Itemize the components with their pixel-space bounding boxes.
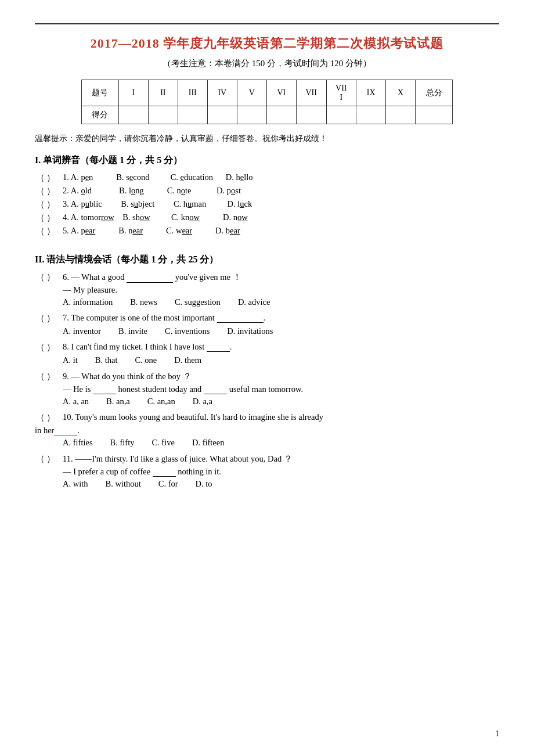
- table-header-v: V: [237, 80, 266, 106]
- table-header-viii: VIII: [326, 80, 356, 106]
- q11-paren-right: ）: [45, 453, 56, 465]
- q9-paren-right: ）: [45, 371, 56, 382]
- q6-paren-right: ）: [45, 272, 56, 283]
- question-9-block: （ ） 9. — What do you think of the boy ？ …: [35, 371, 499, 406]
- question-9-choices: A. a, an B. an,a C. an,an D. a,a: [63, 397, 499, 406]
- table-header-vii: VII: [296, 80, 326, 106]
- question-2-row: （ ） 2. A. old B. long C. note D. post: [35, 186, 499, 197]
- q7-choice-c: C. inventions: [165, 326, 210, 336]
- q7-paren-left: （: [35, 313, 45, 324]
- q2-paren-right: ）: [45, 186, 56, 197]
- q3-paren-left: （: [35, 199, 45, 210]
- table-cell-x: [386, 106, 416, 124]
- q2-paren-left: （: [35, 186, 45, 197]
- question-3-content: 3. A. public B. subject C. human D. luck: [63, 199, 499, 209]
- q4-paren-left: （: [35, 213, 45, 224]
- table-header-iv: IV: [207, 80, 237, 106]
- q8-choice-b: B. that: [95, 355, 118, 365]
- q9-choice-a: A. a, an: [63, 397, 89, 406]
- q10-choice-c: C. five: [151, 438, 174, 448]
- reminder-text: 温馨提示：亲爱的同学，请你沉着冷静，认真审题，仔细答卷。祝你考出好成绩！: [35, 134, 499, 144]
- question-8-stem: 8. I can't find my ticket. I think I hav…: [63, 342, 499, 352]
- question-8-row: （ ） 8. I can't find my ticket. I think I…: [35, 342, 499, 353]
- table-cell-ii: [148, 106, 178, 124]
- q11-choice-b: B. without: [106, 479, 141, 489]
- question-6-stem: 6. — What a good you've given me ！: [63, 272, 499, 283]
- q7-blank: [217, 314, 264, 323]
- q10-paren-left: （: [35, 412, 45, 423]
- question-6-choices: A. information B. news C. suggestion D. …: [63, 297, 499, 307]
- question-7-row: （ ） 7. The computer is one of the most i…: [35, 313, 499, 324]
- question-8-block: （ ） 8. I can't find my ticket. I think I…: [35, 342, 499, 365]
- q5-paren-left: （: [35, 226, 45, 237]
- table-cell-iii: [178, 106, 207, 124]
- question-7-block: （ ） 7. The computer is one of the most i…: [35, 313, 499, 336]
- q9-choice-b: B. an,a: [106, 397, 130, 406]
- question-7-stem: 7. The computer is one of the most impor…: [63, 313, 499, 323]
- table-header-ix: IX: [356, 80, 386, 106]
- question-5-content: 5. A. pear B. near C. wear D. bear: [63, 226, 499, 236]
- q3-paren-right: ）: [45, 199, 56, 210]
- q5-paren-right: ）: [45, 226, 56, 237]
- table-label-defen: 得分: [82, 106, 119, 124]
- table-cell-i: [118, 106, 148, 124]
- question-2-content: 2. A. old B. long C. note D. post: [63, 186, 499, 196]
- section-i-title: I. 单词辨音（每小题 1 分，共 5 分）: [35, 154, 499, 167]
- q8-paren-right: ）: [45, 342, 56, 353]
- question-10-block: （ ） 10. Tony's mum looks young and beaut…: [35, 412, 499, 448]
- table-header-iii: III: [178, 80, 207, 106]
- question-6-row: （ ） 6. — What a good you've given me ！: [35, 272, 499, 283]
- question-9-response: — He is honest student today and useful …: [63, 384, 499, 394]
- q11-choice-a: A. with: [63, 479, 88, 489]
- table-header-ii: II: [148, 80, 178, 106]
- q8-blank: [207, 343, 230, 352]
- top-divider: [35, 23, 499, 24]
- question-11-response: — I prefer a cup of coffee nothing in it…: [63, 467, 499, 477]
- table-header-tihao: 题号: [82, 80, 119, 106]
- question-9-stem: 9. — What do you think of the boy ？: [63, 371, 499, 382]
- page-number: 1: [495, 729, 499, 739]
- question-1-content: 1. A. pen B. second C. education D. hell…: [63, 172, 499, 182]
- q6-paren-left: （: [35, 272, 45, 283]
- table-cell-vii: [296, 106, 326, 124]
- page-title: 2017—2018 学年度九年级英语第二学期第二次模拟考试试题: [35, 35, 499, 52]
- q8-choice-a: A. it: [63, 355, 78, 365]
- q8-paren-left: （: [35, 342, 45, 353]
- q9-choice-d: D. a,a: [193, 397, 212, 406]
- question-11-row: （ ） 11. ——I'm thirsty. I'd like a glass …: [35, 453, 499, 465]
- question-6-response: — My pleasure.: [63, 285, 499, 295]
- q7-choice-d: D. invitations: [227, 326, 273, 336]
- q7-choice-a: A. inventor: [63, 326, 101, 336]
- q1-paren-right: ）: [45, 172, 56, 183]
- table-cell-vi: [266, 106, 296, 124]
- subtitle: （考生注意：本卷满分 150 分，考试时间为 120 分钟）: [35, 58, 499, 69]
- question-10-choices: A. fifties B. fifty C. five D. fifteen: [63, 438, 499, 448]
- q11-paren-left: （: [35, 453, 45, 465]
- table-header-x: X: [386, 80, 416, 106]
- question-10-row: （ ） 10. Tony's mum looks young and beaut…: [35, 412, 499, 423]
- question-6-block: （ ） 6. — What a good you've given me ！ —…: [35, 272, 499, 307]
- q6-choice-b: B. news: [130, 297, 157, 307]
- q6-choice-c: C. suggestion: [175, 297, 221, 307]
- question-5-row: （ ） 5. A. pear B. near C. wear D. bear: [35, 226, 499, 237]
- q8-choice-c: C. one: [135, 355, 157, 365]
- q9-blank1: [93, 385, 116, 394]
- question-9-row: （ ） 9. — What do you think of the boy ？: [35, 371, 499, 382]
- table-cell-ix: [356, 106, 386, 124]
- q6-choice-a: A. information: [63, 297, 113, 307]
- q11-choice-c: C. for: [158, 479, 178, 489]
- q6-choice-d: D. advice: [238, 297, 270, 307]
- q10-choice-a: A. fifties: [63, 438, 93, 448]
- table-cell-v: [237, 106, 266, 124]
- score-table: 题号 I II III IV V VI VII VIII IX X 总分 得分: [81, 80, 453, 124]
- question-10-stem: 10. Tony's mum looks young and beautiful…: [63, 412, 499, 422]
- q4-paren-right: ）: [45, 213, 56, 224]
- q11-choice-d: D. to: [196, 479, 212, 489]
- q11-blank: [153, 467, 176, 477]
- question-11-stem: 11. ——I'm thirsty. I'd like a glass of j…: [63, 453, 499, 465]
- q10-choice-b: B. fifty: [110, 438, 135, 448]
- question-11-block: （ ） 11. ——I'm thirsty. I'd like a glass …: [35, 453, 499, 489]
- question-11-choices: A. with B. without C. for D. to: [63, 479, 499, 489]
- question-4-row: （ ） 4. A. tomorrow B. show C. know D. no…: [35, 213, 499, 224]
- q9-blank2: [204, 385, 227, 394]
